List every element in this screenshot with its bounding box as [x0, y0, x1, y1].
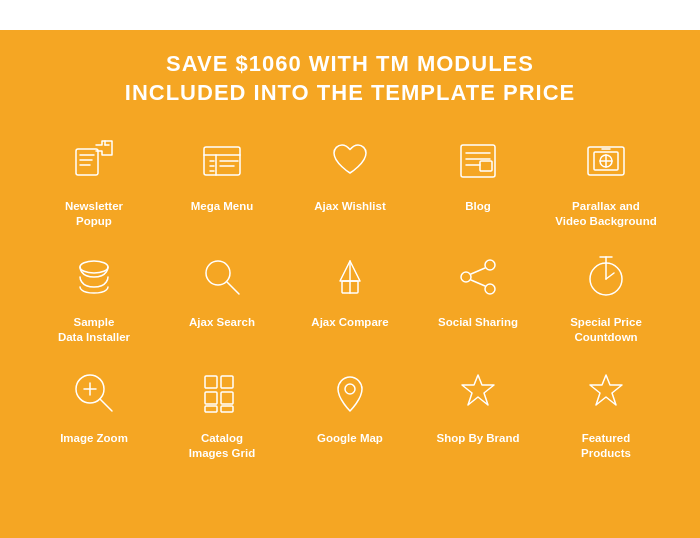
svg-line-38	[606, 273, 614, 279]
svg-rect-0	[76, 149, 98, 175]
blog-icon	[448, 131, 508, 191]
svg-line-35	[471, 280, 485, 286]
parallax-label: Parallax and Video Background	[555, 199, 656, 229]
top-bar	[0, 0, 700, 30]
svg-rect-49	[205, 406, 217, 412]
svg-rect-50	[221, 406, 233, 412]
module-item-blog[interactable]: Blog	[414, 131, 542, 229]
ajax-search-icon	[192, 247, 252, 307]
google-map-label: Google Map	[317, 431, 383, 446]
social-sharing-icon	[448, 247, 508, 307]
google-map-icon	[320, 363, 380, 423]
blog-label: Blog	[465, 199, 491, 214]
module-item-ajax-wishlist[interactable]: Ajax Wishlist	[286, 131, 414, 229]
parallax-icon	[576, 131, 636, 191]
ajax-wishlist-label: Ajax Wishlist	[314, 199, 385, 214]
module-item-ajax-search[interactable]: Ajax Search	[158, 247, 286, 345]
svg-line-42	[100, 399, 112, 411]
featured-products-label: Featured Products	[581, 431, 631, 461]
module-item-catalog-images[interactable]: Catalog Images Grid	[158, 363, 286, 461]
svg-line-27	[227, 282, 239, 294]
svg-point-51	[345, 384, 355, 394]
module-item-shop-by-brand[interactable]: Shop By Brand	[414, 363, 542, 461]
ajax-wishlist-icon	[320, 131, 380, 191]
svg-point-31	[485, 260, 495, 270]
sample-data-label: Sample Data Installer	[58, 315, 130, 345]
svg-rect-47	[205, 392, 217, 404]
svg-point-32	[461, 272, 471, 282]
svg-rect-45	[205, 376, 217, 388]
ajax-compare-label: Ajax Compare	[311, 315, 388, 330]
shop-by-brand-label: Shop By Brand	[436, 431, 519, 446]
ajax-compare-icon	[320, 247, 380, 307]
newsletter-popup-icon	[64, 131, 124, 191]
mega-menu-icon	[192, 131, 252, 191]
svg-rect-18	[480, 161, 492, 171]
featured-products-icon	[576, 363, 636, 423]
catalog-images-label: Catalog Images Grid	[189, 431, 255, 461]
social-sharing-label: Social Sharing	[438, 315, 518, 330]
module-item-mega-menu[interactable]: Mega Menu	[158, 131, 286, 229]
headline-line1: SAVE $1060 WITH TM MODULES	[166, 51, 534, 76]
special-price-icon	[576, 247, 636, 307]
image-zoom-icon	[64, 363, 124, 423]
module-item-image-zoom[interactable]: Image Zoom	[30, 363, 158, 461]
catalog-images-icon	[192, 363, 252, 423]
headline-line2: INCLUDED INTO THE TEMPLATE PRICE	[125, 80, 575, 105]
main-container: SAVE $1060 WITH TM MODULES INCLUDED INTO…	[0, 30, 700, 471]
module-item-featured-products[interactable]: Featured Products	[542, 363, 670, 461]
module-item-ajax-compare[interactable]: Ajax Compare	[286, 247, 414, 345]
headline: SAVE $1060 WITH TM MODULES INCLUDED INTO…	[30, 50, 670, 107]
mega-menu-label: Mega Menu	[191, 199, 254, 214]
ajax-search-label: Ajax Search	[189, 315, 255, 330]
svg-point-25	[80, 261, 108, 273]
module-item-social-sharing[interactable]: Social Sharing	[414, 247, 542, 345]
svg-line-34	[471, 268, 485, 274]
svg-rect-48	[221, 392, 233, 404]
image-zoom-label: Image Zoom	[60, 431, 128, 446]
svg-rect-46	[221, 376, 233, 388]
special-price-label: Special Price Countdown	[570, 315, 642, 345]
module-item-newsletter-popup[interactable]: Newsletter Popup	[30, 131, 158, 229]
newsletter-popup-label: Newsletter Popup	[65, 199, 123, 229]
svg-point-33	[485, 284, 495, 294]
module-item-special-price[interactable]: Special Price Countdown	[542, 247, 670, 345]
sample-data-icon	[64, 247, 124, 307]
module-item-sample-data[interactable]: Sample Data Installer	[30, 247, 158, 345]
module-item-parallax[interactable]: Parallax and Video Background	[542, 131, 670, 229]
module-item-google-map[interactable]: Google Map	[286, 363, 414, 461]
modules-grid: Newsletter Popup Mega Menu Ajax Wishlist…	[30, 131, 670, 461]
shop-by-brand-icon	[448, 363, 508, 423]
svg-point-26	[206, 261, 230, 285]
